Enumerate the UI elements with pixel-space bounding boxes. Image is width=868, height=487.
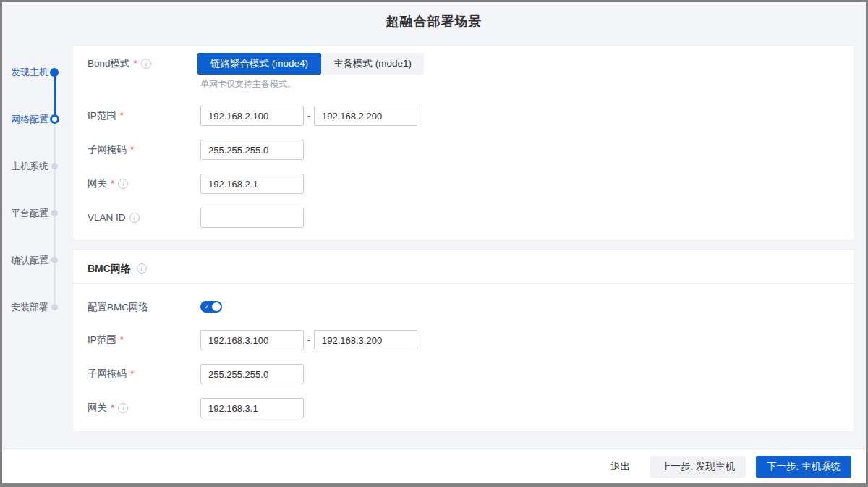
required-mark: * [130,364,134,384]
info-icon[interactable]: i [118,179,128,189]
step-dot-current-icon [50,114,59,124]
page-title: 超融合部署场景 [2,13,866,30]
sidebar-step-platform-config: 平台配置 [2,206,48,221]
tab-bond-mode1[interactable]: 主备模式 (mode1) [321,53,424,75]
vlan-id-label: VLAN ID i [88,208,140,228]
prev-step-button[interactable]: 上一步: 发现主机 [650,456,746,478]
required-mark: * [111,398,114,418]
step-dot-done-icon [50,68,59,77]
sidebar-step-confirm-config: 确认配置 [2,253,48,268]
gateway-label: 网关 * i [88,174,128,194]
required-mark: * [120,106,124,126]
info-icon[interactable]: i [129,213,140,223]
bond-mode-label: Bond模式 * i [88,53,151,75]
sidebar-step-install-deploy: 安装部署 [2,300,48,315]
bond-mode-hint: 单网卡仅支持主备模式。 [200,78,296,90]
bmc-ip-range-start-input[interactable] [200,330,304,350]
ip-range-start-input[interactable] [200,106,304,126]
bmc-gateway-input[interactable] [200,398,304,418]
required-mark: * [120,330,124,350]
step-progress-line-completed [54,72,56,119]
bmc-subnet-mask-input[interactable] [200,364,304,384]
bmc-section-title: BMC网络 i [88,258,147,279]
ip-range-label: IP范围 * [88,106,124,126]
sidebar-step-network-config[interactable]: 网络配置 [2,112,48,127]
bmc-gateway-label: 网关 * i [88,398,128,418]
sidebar-step-discover-hosts[interactable]: 发现主机 [2,65,48,80]
bmc-ip-range-end-input[interactable] [314,330,417,350]
info-icon[interactable]: i [141,59,151,69]
step-dot-pending-icon [51,163,58,169]
bond-mode-tabs: 链路聚合模式 (mode4) 主备模式 (mode1) [197,53,424,75]
step-dot-pending-icon [51,304,58,310]
required-mark: * [134,53,137,75]
bmc-subnet-mask-label: 子网掩码 * [88,364,134,384]
required-mark: * [111,174,114,194]
range-separator: - [304,106,314,126]
vlan-id-input[interactable] [200,208,304,228]
network-config-card: Bond模式 * i 链路聚合模式 (mode4) 主备模式 (mode1) 单… [72,45,854,240]
toggle-check-icon: ✓ [204,302,210,312]
required-mark: * [130,140,134,160]
toggle-knob [212,302,221,311]
exit-button[interactable]: 退出 [606,456,634,478]
ip-range-end-input[interactable] [314,106,417,126]
tab-bond-mode4[interactable]: 链路聚合模式 (mode4) [197,53,321,75]
range-separator: - [304,330,314,350]
subnet-mask-label: 子网掩码 * [88,140,134,160]
info-icon[interactable]: i [137,263,147,274]
section-divider [73,283,854,284]
bmc-ip-range-label: IP范围 * [88,330,124,350]
step-dot-pending-icon [51,210,58,216]
gateway-input[interactable] [200,174,304,194]
bmc-network-card: BMC网络 i 配置BMC网络 ✓ IP范围 * - 子网掩码 * 网关 * i [72,249,854,432]
next-step-button[interactable]: 下一步: 主机系统 [756,456,851,478]
info-icon[interactable]: i [118,403,128,413]
sidebar-step-host-system: 主机系统 [2,159,48,174]
deployment-wizard-page: 超融合部署场景 发现主机 网络配置 主机系统 平台配置 确认配置 安装部署 Bo… [0,0,868,487]
step-dot-pending-icon [51,257,58,263]
configure-bmc-label: 配置BMC网络 [88,297,148,318]
subnet-mask-input[interactable] [200,140,304,160]
wizard-footer: 退出 上一步: 发现主机 下一步: 主机系统 [2,449,866,483]
bmc-network-toggle[interactable]: ✓ [200,301,222,313]
